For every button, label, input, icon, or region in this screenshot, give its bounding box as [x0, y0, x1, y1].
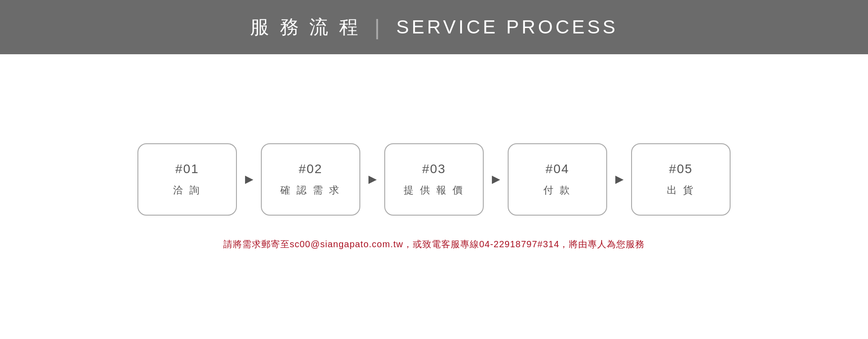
step-5: #05 出 貨	[631, 143, 731, 216]
arrow-3: ▶	[492, 174, 500, 185]
step-4: #04 付 款	[508, 143, 607, 216]
title-chinese: 服 務 流 程	[250, 14, 361, 40]
title-english: SERVICE PROCESS	[396, 16, 618, 38]
step-2-label: 確 認 需 求	[280, 184, 341, 197]
arrow-4: ▶	[615, 174, 623, 185]
page-header: 服 務 流 程 | SERVICE PROCESS	[0, 0, 868, 54]
step-2-number: #02	[299, 162, 323, 176]
header-title: 服 務 流 程 | SERVICE PROCESS	[250, 14, 618, 40]
contact-info: 請將需求郵寄至sc00@siangapato.com.tw，或致電客服專線04-…	[223, 238, 645, 250]
step-1-number: #01	[175, 162, 199, 176]
step-4-label: 付 款	[543, 184, 571, 197]
step-2: #02 確 認 需 求	[261, 143, 360, 216]
step-1-label: 洽 詢	[173, 184, 201, 197]
step-3-number: #03	[422, 162, 446, 176]
step-3-label: 提 供 報 價	[404, 184, 464, 197]
arrow-2: ▶	[368, 174, 376, 185]
step-1: #01 洽 詢	[137, 143, 237, 216]
arrow-1: ▶	[245, 174, 253, 185]
step-4-number: #04	[546, 162, 570, 176]
title-divider: |	[374, 15, 382, 40]
main-content: #01 洽 詢 ▶ #02 確 認 需 求 ▶ #03 提 供 報 價 ▶ #0…	[0, 54, 868, 339]
steps-container: #01 洽 詢 ▶ #02 確 認 需 求 ▶ #03 提 供 報 價 ▶ #0…	[137, 143, 731, 216]
step-5-number: #05	[669, 162, 693, 176]
step-3: #03 提 供 報 價	[384, 143, 484, 216]
step-5-label: 出 貨	[667, 184, 695, 197]
